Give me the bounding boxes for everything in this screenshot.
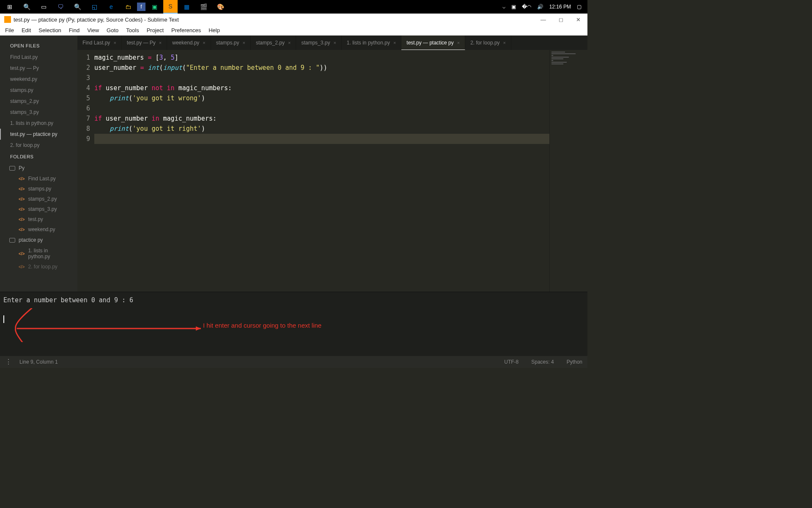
close-icon[interactable]: × [457,40,460,45]
clock[interactable]: 12:16 PM [549,4,571,10]
sidebar: OPEN FILES Find Last.py test.py — Py wee… [0,36,77,292]
menu-goto[interactable]: Goto [103,26,122,34]
menu-project[interactable]: Project [143,26,167,34]
movies-icon[interactable]: 🎬 [195,0,211,14]
menu-tools[interactable]: Tools [123,26,142,34]
open-file-item[interactable]: test.py — Py [0,63,77,74]
close-icon[interactable]: × [503,40,506,45]
menu-find[interactable]: Find [66,26,83,34]
tab[interactable]: test.py — Py× [122,36,167,50]
app-logo-icon [4,16,11,23]
file-item[interactable]: </>stamps_3.py [0,204,77,214]
app-icon[interactable]: 🗨 [52,0,69,14]
menu-file[interactable]: File [2,26,17,34]
folder-item[interactable]: Py [0,163,77,174]
console[interactable]: Enter a number between 0 and 9 : 6 I hit… [0,292,587,356]
code-icon: </> [19,251,25,256]
start-icon[interactable]: ⊞ [2,0,18,14]
folder-icon [9,238,15,243]
close-icon[interactable]: × [288,40,291,45]
open-file-item[interactable]: stamps_2.py [0,96,77,107]
explorer-icon[interactable]: 🗀 [120,0,136,14]
chevron-down-icon[interactable]: ⌵ [502,4,505,10]
code-view[interactable]: magic_numbers = [3, 5] user_number = int… [94,50,549,292]
menu-selection[interactable]: Selection [35,26,64,34]
app-icon[interactable]: 🔍 [69,0,85,14]
volume-icon[interactable]: 🔊 [537,4,543,10]
open-file-item[interactable]: stamps.py [0,85,77,96]
store-icon[interactable]: ▦ [178,0,195,14]
edge-icon[interactable]: e [103,0,119,14]
file-item[interactable]: </>2. for loop.py [0,262,77,272]
notifications-icon[interactable]: ▢ [577,4,582,10]
tab[interactable]: test.py — ptactice py× [401,36,465,50]
file-item[interactable]: </>test.py [0,214,77,224]
menu-preferences[interactable]: Preferences [168,26,204,34]
maximize-button[interactable]: ◻ [556,16,566,24]
status-lang[interactable]: Python [567,359,582,365]
window-titlebar: test.py — ptactice py (Py, ptactice py, … [0,14,587,25]
file-item[interactable]: </>stamps_2.py [0,194,77,204]
menubar: File Edit Selection Find View Goto Tools… [0,25,587,36]
status-encoding[interactable]: UTF-8 [504,359,518,365]
console-line: Enter a number between 0 and 9 : 6 [3,296,584,304]
code-icon: </> [19,207,25,212]
open-files-header: OPEN FILES [0,40,77,52]
open-file-item[interactable]: test.py — ptactice py [0,129,77,140]
open-file-item[interactable]: stamps_3.py [0,107,77,118]
annotation-text: I hit enter and cursor going to the next… [203,322,321,329]
app-icon[interactable]: ◱ [86,0,102,14]
statusbar: ⋮ Line 9, Column 1 UTF-8 Spaces: 4 Pytho… [0,356,587,368]
tab[interactable]: 2. for loop.py× [465,36,511,50]
folders-header: FOLDERS [0,151,77,163]
code-icon: </> [19,227,25,232]
facebook-icon[interactable]: f [137,3,145,11]
file-item[interactable]: </>1. lists in python.py [0,246,77,262]
tab[interactable]: weekend.py× [167,36,211,50]
file-item[interactable]: </>weekend.py [0,224,77,235]
pycharm-icon[interactable]: ▣ [146,0,162,14]
file-item[interactable]: </>stamps.py [0,184,77,194]
code-icon: </> [19,177,25,181]
close-icon[interactable]: × [393,40,396,45]
file-item[interactable]: </>Find Last.py [0,174,77,184]
open-file-item[interactable]: 1. lists in python.py [0,118,77,129]
status-indent[interactable]: Spaces: 4 [531,359,554,365]
os-taskbar: ⊞ 🔍 ▭ 🗨 🔍 ◱ e 🗀 f ▣ S ▦ 🎬 🎨 ⌵ ▣ �◠ 🔊 12:… [0,0,587,14]
tab[interactable]: stamps_3.py× [296,36,341,50]
code-icon: </> [19,197,25,202]
battery-icon[interactable]: ▣ [511,4,516,10]
menu-edit[interactable]: Edit [18,26,34,34]
folder-label: Py [19,165,25,171]
search-icon[interactable]: 🔍 [19,0,35,14]
tab[interactable]: Find Last.py× [77,36,122,50]
wifi-icon[interactable]: �◠ [522,4,531,10]
taskview-icon[interactable]: ▭ [36,0,52,14]
editor: Find Last.py× test.py — Py× weekend.py× … [77,36,587,292]
close-icon[interactable]: × [333,40,336,45]
tab[interactable]: stamps.py× [211,36,251,50]
paint-icon[interactable]: 🎨 [212,0,228,14]
window-title: test.py — ptactice py (Py, ptactice py, … [14,17,179,23]
menu-help[interactable]: Help [205,26,223,34]
close-icon[interactable]: × [203,40,205,45]
status-position[interactable]: Line 9, Column 1 [19,359,58,365]
minimize-button[interactable]: — [538,16,549,24]
open-file-item[interactable]: Find Last.py [0,52,77,63]
close-icon[interactable]: × [113,40,116,45]
close-button[interactable]: ✕ [573,16,583,24]
minimap[interactable] [549,50,587,292]
menu-view[interactable]: View [84,26,102,34]
close-icon[interactable]: × [242,40,245,45]
svg-marker-1 [196,326,201,331]
tab[interactable]: 1. lists in python.py× [342,36,402,50]
close-icon[interactable]: × [159,40,162,45]
tab[interactable]: stamps_2.py× [251,36,296,50]
open-file-item[interactable]: weekend.py [0,74,77,85]
sublime-icon[interactable]: S [163,0,178,14]
code-icon: </> [19,265,25,269]
folder-icon [9,166,15,171]
text-cursor [3,315,4,323]
open-file-item[interactable]: 2. for loop.py [0,140,77,151]
folder-item[interactable]: ptactice py [0,235,77,246]
